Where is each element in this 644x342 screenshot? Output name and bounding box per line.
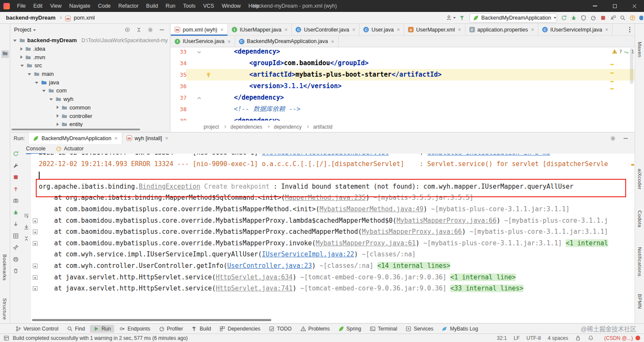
tool-window-button-dependencies[interactable]: Dependencies [216,325,264,333]
chevron-right-icon[interactable] [57,106,59,109]
close-tab-icon[interactable]: × [285,26,288,33]
tool-window-button-profiler[interactable]: Profiler [155,325,187,333]
clear-console-icon[interactable] [12,267,19,274]
fold-expand-icon[interactable]: + [33,230,37,234]
console-link[interactable]: MybatisMapperProxy.java:66 [362,228,462,236]
menu-vcs[interactable]: VCS [199,0,218,12]
console-link[interactable]: Completed initialization in 5 ms [427,154,550,156]
breadcrumb-dependencies[interactable]: dependencies [230,124,262,130]
fold-marker-icon[interactable] [196,95,202,101]
tool-window-button-terminal[interactable]: Terminal [366,325,400,333]
tool-window-button-run[interactable]: Run [90,325,114,333]
tab-console[interactable]: Console [26,144,46,154]
console-link[interactable]: MybatisMapperProxy.java:61 [316,239,416,247]
chevron-down-icon[interactable] [20,65,24,67]
translate-icon[interactable] [610,15,616,21]
tree-item-.idea[interactable]: .idea [11,45,170,53]
console-link[interactable]: HttpServlet.java:634 [216,273,293,281]
console-link[interactable]: UserController.java:23 [227,262,312,270]
run-config-selector[interactable]: BackendMyDreamApplication [469,13,557,23]
menu-build[interactable]: Build [142,0,162,12]
tree-item-wyh[interactable]: wyh [11,95,170,103]
gear-icon[interactable] [610,135,616,141]
code-with-me-icon[interactable] [446,15,452,21]
menu-run[interactable]: Run [162,0,179,12]
notifications-bell-icon[interactable] [588,335,594,341]
folded-lines-chip[interactable]: <1 internal [566,239,608,247]
intention-bulb-icon[interactable] [205,72,211,78]
chevron-down-icon[interactable] [35,82,38,84]
tool-window-button-spring[interactable]: Spring [335,325,365,333]
tree-item-java[interactable]: java [11,78,170,86]
chevron-right-icon[interactable] [20,55,23,59]
menu-view[interactable]: View [46,0,66,12]
close-tab-icon[interactable]: × [165,135,169,141]
tab-UserController.java[interactable]: CUserController.java× [292,24,359,35]
run-with-coverage-icon[interactable] [581,15,586,21]
pin-icon[interactable] [12,244,19,251]
tool-strip-notifications[interactable]: Notifications [637,247,642,276]
breadcrumb-project[interactable]: project [204,124,219,130]
tool-strip-bookmarks[interactable]: Bookmarks [2,254,7,281]
close-tab-icon[interactable]: × [458,26,461,33]
tab-UserMapper.xml[interactable]: xUserMapper.xml× [404,24,466,35]
fold-expand-icon[interactable]: + [33,218,37,223]
tree-item-backend-myDream[interactable]: backend-myDreamD:\Tools\JavaWorkSpace\ba… [11,36,170,45]
stop-icon[interactable] [600,15,606,21]
readonly-lock-icon[interactable] [575,335,581,341]
hide-panel-icon[interactable] [623,135,629,141]
menu-navigate[interactable]: Navigate [66,0,94,12]
gear-icon[interactable] [147,27,153,33]
tool-window-button-endpoints[interactable]: Endpoints [116,325,153,333]
attach-debugger-icon[interactable] [12,209,19,216]
code-editor[interactable]: 33 <dependency>34 <groupId>com.baomidou<… [170,47,635,121]
fold-expand-icon[interactable]: + [33,241,37,246]
run-tab-BackendMyDreamApplication[interactable]: BackendMyDreamApplication× [28,132,122,144]
indent-setting[interactable]: 4 spaces [548,335,568,341]
rerun-application-icon[interactable] [561,15,567,21]
menu-window[interactable]: Window [218,0,244,12]
chevron-right-icon[interactable] [57,123,59,126]
editor-line-36[interactable]: 36 <version>3.1.1</version> [170,80,635,92]
console-link[interactable]: o.s.web.servlet.DispatcherServlet [262,154,389,156]
tab-User.java[interactable]: CUser.java× [359,24,404,35]
console-link[interactable]: HttpServlet.java:741 [216,285,293,292]
menu-tools[interactable]: Tools [179,0,199,12]
folded-lines-chip[interactable]: <14 internal lines> [377,262,451,270]
minimize-button[interactable] [585,0,605,12]
tool-window-button-problems[interactable]: Problems [297,325,334,333]
collapse-all-icon[interactable] [136,27,142,33]
search-everywhere-icon[interactable] [620,15,626,21]
editor-line-37[interactable]: 37 </dependency> [170,92,635,103]
print-icon[interactable] [12,256,19,263]
collapse-all-icon[interactable] [23,235,30,242]
tab-options-icon[interactable] [629,27,630,28]
breadcrumb-file[interactable]: pom.xml [74,14,95,21]
console-link[interactable]: MybatisMapperProxy.java:66 [397,217,497,224]
tree-item-.mvn[interactable]: .mvn [11,53,170,61]
tree-item-entity[interactable]: entity [11,120,170,127]
tree-item-src[interactable]: src [11,61,170,70]
chevron-right-icon[interactable] [57,114,59,118]
fold-expand-icon[interactable]: + [33,286,37,291]
up-stack-icon[interactable] [12,186,19,193]
tool-window-button-find[interactable]: Find [63,325,88,333]
file-encoding[interactable]: UTF-8 [526,335,541,341]
tool-strip-bpmn[interactable]: BPMN [637,294,642,309]
tool-window-button-services[interactable]: Services [402,325,437,333]
down-stack-icon[interactable] [12,221,19,227]
close-tab-icon[interactable]: × [227,38,231,45]
line-separator[interactable]: LF [514,335,520,341]
close-tab-icon[interactable]: × [531,26,534,33]
chevron-right-icon[interactable] [20,47,23,51]
tab-pom.xml_(wyh)[interactable]: mpom.xml (wyh)× [171,24,228,35]
chevron-down-icon[interactable] [49,98,53,101]
caret-position[interactable]: 32:1 [497,335,507,341]
folded-lines-chip[interactable]: <33 internal lines> [450,285,523,292]
tab-BackendMyDreamApplication.java[interactable]: CBackendMyDreamApplication.java× [235,36,339,47]
rerun-icon[interactable] [12,150,19,157]
menu-code[interactable]: Code [94,0,115,12]
breadcrumb-artifactid[interactable]: artifactid [313,124,332,130]
restore-layout-icon[interactable] [12,233,19,239]
stop-icon[interactable] [12,174,19,181]
